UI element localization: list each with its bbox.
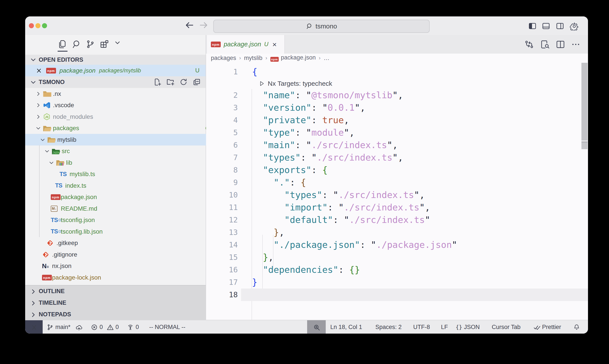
- broadcast-item[interactable]: 0: [127, 320, 139, 334]
- section-notepads[interactable]: NOTEPADS: [25, 309, 206, 320]
- forward-icon[interactable]: [199, 20, 210, 31]
- open-changes-icon[interactable]: [524, 39, 534, 49]
- svg-text:</>: </>: [54, 151, 59, 154]
- tsgear-icon: TS⚙: [51, 227, 61, 236]
- command-search-input[interactable]: tsmono: [213, 20, 430, 33]
- refresh-icon[interactable]: [179, 78, 188, 87]
- code-line-10[interactable]: 10 "types": "./src/index.ts",: [206, 189, 588, 201]
- notifications-item[interactable]: [573, 320, 580, 334]
- tab-package-json[interactable]: npm package.json U ×: [207, 35, 285, 53]
- back-icon[interactable]: [184, 20, 196, 31]
- breadcrumb[interactable]: packages›mytslib›npmpackage.json›…: [206, 53, 588, 62]
- breadcrumb-item[interactable]: npmpackage.json: [270, 54, 316, 62]
- new-folder-icon[interactable]: [166, 78, 175, 87]
- section-timeline[interactable]: TIMELINE: [25, 297, 206, 309]
- tree-item-package-json[interactable]: npmpackage.jsonU: [25, 191, 231, 203]
- toggle-sidebar-icon[interactable]: [528, 22, 537, 31]
- toggle-panel-icon[interactable]: [542, 22, 551, 31]
- tree-item-lib[interactable]: lib: [25, 157, 229, 169]
- tree-item-index-ts[interactable]: TSindex.tsU: [25, 180, 236, 191]
- cursor-tab-item[interactable]: Cursor Tab: [492, 320, 521, 334]
- tree-item-label: .gitkeep: [56, 240, 78, 247]
- code-line-2[interactable]: 2 "name": "@tsmono/mytslib",: [206, 89, 588, 102]
- tree-item-readme-md[interactable]: M↓README.mdU: [25, 203, 231, 214]
- source-control-activity-icon[interactable]: [86, 39, 95, 49]
- collapse-all-icon[interactable]: [193, 78, 201, 87]
- open-editors-header[interactable]: OPEN EDITORS: [25, 55, 206, 65]
- git-branch-item[interactable]: main*: [47, 320, 82, 334]
- code-line-16[interactable]: 16 "dependencies": {}: [206, 264, 588, 276]
- tree-item--nx[interactable]: .nx: [25, 88, 216, 100]
- code-line-11[interactable]: 11 "import": "./src/index.ts",: [206, 201, 588, 214]
- settings-gear-icon[interactable]: [570, 22, 579, 31]
- open-editor-item[interactable]: npm package.json packages/mytslib U: [25, 65, 206, 76]
- indent-guide: [39, 145, 39, 237]
- tab-modified-badge: U: [264, 41, 269, 48]
- explorer-section-header[interactable]: TSMONO: [25, 76, 206, 88]
- code-line-12[interactable]: 12 "default": "./src/index.ts": [206, 214, 588, 226]
- more-actions-icon[interactable]: [571, 39, 581, 49]
- minimize-window-button[interactable]: [35, 23, 40, 28]
- chevron-right-icon: [35, 114, 43, 120]
- npm-icon: npm: [270, 57, 279, 62]
- problems-item[interactable]: 0 0: [91, 320, 119, 334]
- tree-item-package-lock-json[interactable]: npmpackage-lock.jsonM: [25, 272, 222, 283]
- tree-item-src[interactable]: </>src: [25, 145, 225, 157]
- code-line-5[interactable]: 5 "type": "module",: [206, 126, 588, 139]
- split-editor-icon[interactable]: [556, 39, 565, 49]
- eol-item[interactable]: LF: [441, 320, 448, 334]
- breadcrumb-item[interactable]: …: [324, 55, 329, 62]
- code-line-8[interactable]: 8 "exports": {: [206, 164, 588, 176]
- code-line-4[interactable]: 4 "private": true,: [206, 114, 588, 126]
- tree-item-tsconfig-lib-json[interactable]: TS⚙tsconfig.lib.jsonU: [25, 226, 231, 237]
- close-icon[interactable]: [36, 67, 43, 74]
- screencast-zoom-indicator[interactable]: [307, 320, 326, 334]
- tree-item-node-modules[interactable]: JSnode_modules: [25, 111, 216, 122]
- breadcrumb-item[interactable]: mytslib: [244, 55, 262, 62]
- code-line-6[interactable]: 6 "main": "./src/index.ts",: [206, 139, 588, 151]
- tree-item-packages[interactable]: packages: [25, 122, 216, 134]
- tree-item--gitkeep[interactable]: .gitkeep: [25, 237, 227, 249]
- tree-item--gitignore[interactable]: .gitignore: [25, 249, 222, 260]
- maximize-window-button[interactable]: [42, 23, 47, 28]
- code-line-13[interactable]: 13 },: [206, 226, 588, 239]
- toggle-secondary-sidebar-icon[interactable]: [556, 22, 565, 31]
- new-file-icon[interactable]: [153, 78, 162, 87]
- close-window-button[interactable]: [29, 23, 34, 28]
- indentation-item[interactable]: Spaces: 2: [375, 320, 402, 334]
- language-mode-item[interactable]: {} JSON: [456, 320, 480, 334]
- code-line-17[interactable]: 17}: [206, 276, 588, 288]
- code-line-3[interactable]: 3 "version": "0.0.1",: [206, 102, 588, 114]
- extensions-activity-icon[interactable]: [99, 39, 109, 49]
- code-line-18[interactable]: 18: [206, 288, 588, 301]
- code-line-7[interactable]: 7 "types": "./src/index.ts",: [206, 151, 588, 164]
- search-activity-icon[interactable]: [72, 39, 82, 49]
- code-line-15[interactable]: 15 },: [206, 251, 588, 264]
- open-preview-icon[interactable]: [540, 39, 550, 49]
- tab-bar: npm package.json U ×: [206, 35, 588, 53]
- formatter-item[interactable]: Prettier: [533, 320, 561, 334]
- tree-item--vscode[interactable]: .vscode: [25, 100, 216, 111]
- cursor-position-item[interactable]: Ln 18, Col 1: [330, 320, 362, 334]
- codelens-run-target[interactable]: Nx Targets: typecheck: [259, 78, 332, 89]
- encoding-item[interactable]: UTF-8: [413, 320, 430, 334]
- tree-item-mytslib[interactable]: mytslib: [25, 134, 220, 145]
- code-line-1[interactable]: 1{: [206, 66, 588, 78]
- section-outline[interactable]: OUTLINE: [25, 286, 206, 297]
- tree-item-nx-json[interactable]: N≡nx.json: [25, 260, 222, 272]
- remote-indicator[interactable]: [25, 320, 43, 334]
- explorer-activity-icon[interactable]: [58, 39, 67, 49]
- braces-icon: {}: [456, 324, 462, 330]
- ts-icon: TS: [60, 170, 70, 179]
- language-label: JSON: [464, 324, 480, 331]
- indentation-label: Spaces: 2: [375, 324, 402, 331]
- vim-mode-item[interactable]: -- NORMAL --: [149, 320, 185, 334]
- code-editor[interactable]: Nx Targets: typecheck 1{2 "name": "@tsmo…: [206, 62, 588, 320]
- tree-item-tsconfig-json[interactable]: TS⚙tsconfig.jsonU: [25, 214, 231, 226]
- code-line-14[interactable]: 14 "./package.json": "./package.json": [206, 239, 588, 251]
- close-tab-icon[interactable]: ×: [272, 41, 277, 48]
- breadcrumb-item[interactable]: packages: [211, 55, 236, 62]
- more-views-chevron-icon[interactable]: [114, 39, 124, 49]
- code-line-9[interactable]: 9 ".": {: [206, 176, 588, 189]
- editor-area: npm package.json U × packages›mytslib›np…: [206, 35, 588, 320]
